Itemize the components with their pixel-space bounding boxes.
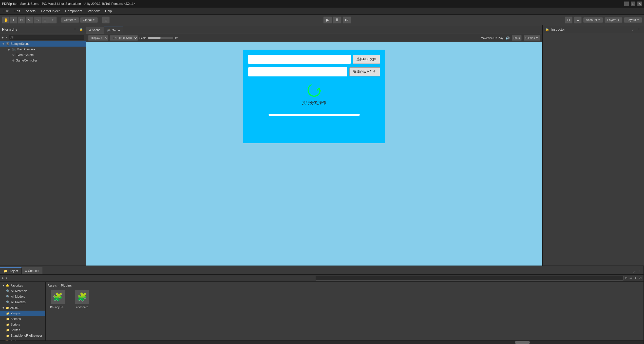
project-scrollbar[interactable] [0,340,643,344]
asset-item-itextsharp[interactable]: 🧩 itextsharp [72,290,92,309]
scene-game-panel: # Scene 🎮 Game ⋮ Display 1 EXE (960×540) [86,25,543,266]
tree-item-scripts[interactable]: 📁 Scripts [0,322,45,327]
inspector-maximize-button[interactable]: ⤢ [630,27,635,32]
global-toggle[interactable]: Global ▼ [80,17,98,23]
layers-arrow-icon: ▼ [617,19,620,21]
hierarchy-menu-button[interactable]: ⋮ [72,27,78,32]
project-maximize-button[interactable]: ⤢ [632,269,637,274]
menu-gameobject[interactable]: GameObject [39,8,62,14]
tree-item-favorites[interactable]: ▼ ⭐ Favorites [0,283,45,288]
layers-dropdown[interactable]: Layers ▼ [604,17,622,23]
tree-item-sprites[interactable]: 📁 Sprites [0,327,45,333]
hierarchy-lock-button[interactable]: 🔒 [79,27,84,32]
project-add-button[interactable]: + [2,276,4,280]
project-search-input[interactable] [316,276,623,281]
rect-tool[interactable]: ▭ [33,16,41,24]
bottom-content: ▼ ⭐ Favorites 🔍 All Materials 🔍 All Mode… [0,282,643,340]
inspector-title: Inspector [551,28,565,31]
tree-item-all-materials[interactable]: 🔍 All Materials [0,288,45,294]
play-button[interactable]: ▶ [323,16,332,24]
tab-game[interactable]: 🎮 Game [104,27,123,34]
game-icon: 🎮 [107,29,111,32]
hierarchy-item-maincamera[interactable]: ▶ 📷 Main Camera [0,47,86,52]
project-refresh-button[interactable]: ↺ [625,276,628,280]
stats-button[interactable]: Stats [512,35,522,41]
tab-console[interactable]: ≡ Console [22,267,43,274]
save-folder-input[interactable] [248,67,347,76]
close-button[interactable]: ✕ [637,2,642,6]
scripts-folder-icon: 📁 [6,323,10,326]
gamecontroller-icon: ⚙ [12,59,15,62]
center-toggle[interactable]: Center ▼ [61,17,79,23]
select-pdf-button[interactable]: 选择PDF文件 [353,55,380,64]
menu-assets[interactable]: Assets [23,8,38,14]
collab-button[interactable]: ⚙ [565,16,573,24]
breadcrumb-plugins[interactable]: Plugins [61,284,72,287]
rotate-tool[interactable]: ↺ [18,16,25,24]
menu-help[interactable]: Help [103,8,115,14]
plugins-folder-icon: 📁 [6,312,10,315]
game-toolbar-right: Maximize On Play 🔊 Stats Gizmos ▼ [481,35,540,41]
spinner-icon [307,83,322,98]
all-models-search-icon: 🔍 [6,295,10,298]
hierarchy-add-button[interactable]: + [2,35,4,39]
menu-edit[interactable]: Edit [12,8,23,14]
scale-label: Scale [139,36,146,39]
account-dropdown[interactable]: Account ▼ [583,17,603,23]
maximize-on-play-toggle[interactable]: Maximize On Play [481,36,503,39]
tree-item-all-prefabs[interactable]: 🔍 All Prefabs [0,299,45,305]
hierarchy-item-gamecontroller[interactable]: ⚙ GameController [0,58,86,63]
hierarchy-add-arrow-icon: ▼ [5,36,8,39]
move-tool[interactable]: ✛ [10,16,17,24]
tab-project[interactable]: 📁 Project [0,267,22,274]
select-folder-button[interactable]: 选择存放文件夹 [349,67,380,76]
hierarchy-search-input[interactable] [9,35,84,40]
scale-slider[interactable] [148,37,173,39]
project-menu-button[interactable]: ⋮ [637,269,642,274]
bottom-toolbar: + ▼ ↺ 🏷 ★ 21 [0,275,643,282]
minimize-button[interactable]: ─ [624,2,629,6]
resolution-select[interactable]: EXE (960×540) [110,35,138,41]
tree-item-packages[interactable]: ▶ 📦 Packages [0,338,45,340]
tab-scene[interactable]: # Scene [86,27,104,34]
menu-component[interactable]: Component [63,8,85,14]
svg-point-0 [308,84,320,96]
transform-tool[interactable]: ⊞ [41,16,49,24]
pause-button[interactable]: ⏸ [333,16,342,24]
maximize-button[interactable]: □ [631,2,635,6]
hierarchy-item-eventsystem[interactable]: ⚙ EventSystem [0,52,86,58]
tree-item-scenes[interactable]: 📁 Scenes [0,316,45,322]
scene-hash-icon: # [89,28,91,32]
tree-item-plugins[interactable]: 📁 Plugins [0,311,45,316]
scene-menu-button[interactable]: ⋮ [536,29,541,34]
samplescene-more-icon[interactable]: ⋮ [81,42,84,46]
cloud-button[interactable]: ☁ [574,16,582,24]
hand-tool[interactable]: ✋ [2,16,10,24]
pdf-file-input[interactable] [248,55,351,64]
breadcrumb-assets[interactable]: Assets [48,284,57,287]
itextsharp-label: itextsharp [76,306,88,309]
asset-item-bouncyca[interactable]: 🧩 BouncyCa... [48,290,68,309]
grid-snap-button[interactable]: ⊟ [102,16,110,24]
scale-tool[interactable]: ⤡ [26,16,33,24]
tree-item-standalonefilebrowser[interactable]: 📁 StandaloneFileBrowser [0,333,45,338]
project-scrollbar-thumb[interactable] [515,341,530,344]
menu-file[interactable]: File [1,8,11,14]
gizmos-button[interactable]: Gizmos ▼ [524,35,540,41]
inspector-menu-button[interactable]: ⋮ [636,27,641,32]
project-favorite-button[interactable]: ★ [634,276,637,280]
custom-tool[interactable]: ✦ [49,16,57,24]
menu-window[interactable]: Window [85,8,102,14]
tree-item-all-models[interactable]: 🔍 All Models [0,294,45,299]
tree-item-assets[interactable]: ▼ 📁 Assets [0,305,45,311]
all-prefabs-search-icon: 🔍 [6,300,10,304]
hierarchy-item-samplescene[interactable]: ▼ 🎬 SampleScene ⋮ [0,41,86,47]
project-filter-button[interactable]: 🏷 [629,276,633,280]
assets-folder-icon: 📁 [6,306,9,310]
layout-dropdown[interactable]: Layout ▼ [624,17,642,23]
step-button[interactable]: ⏭ [343,16,351,24]
audio-toggle[interactable]: 🔊 [505,36,510,40]
action-label: 执行分割操作 [302,100,326,106]
menu-bar: File Edit Assets GameObject Component Wi… [0,8,644,15]
display-select[interactable]: Display 1 [88,35,108,41]
